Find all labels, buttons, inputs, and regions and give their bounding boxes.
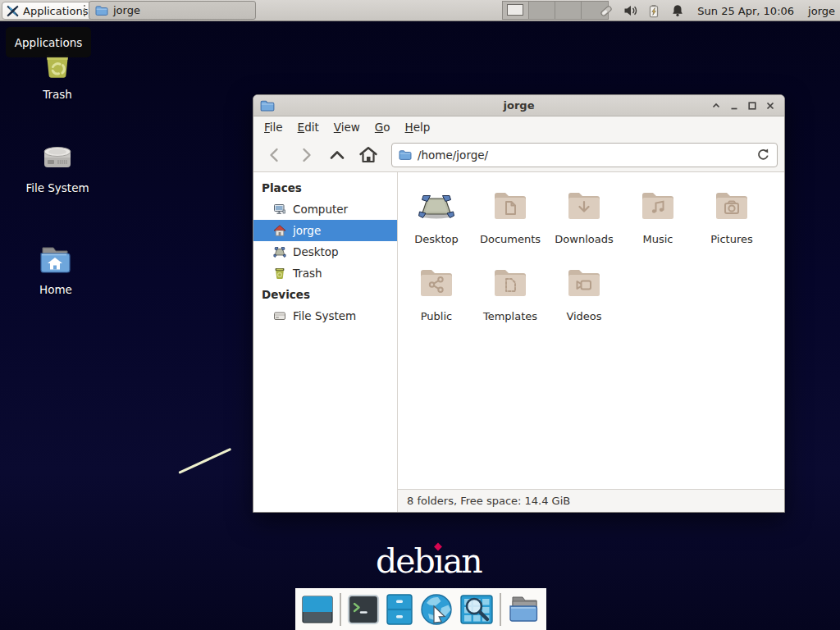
sidebar-item-file-system[interactable]: File System: [253, 305, 397, 326]
trash-small-icon: [273, 267, 286, 280]
system-tray: Sun 25 Apr, 10:06 jorge: [599, 0, 837, 21]
sidebar-item-label: Trash: [293, 267, 322, 280]
workspace-1[interactable]: [503, 2, 529, 19]
folder-label: Templates: [483, 310, 537, 322]
applications-tooltip: Applications: [6, 27, 91, 57]
sidebar: Places Computer: [253, 172, 398, 512]
sidebar-item-label: Desktop: [293, 245, 339, 258]
panel-handle: [84, 5, 85, 16]
workspace-window-thumb: [507, 4, 523, 16]
folder-item-music[interactable]: Music: [621, 184, 695, 261]
menu-bar: File Edit View Go Help: [253, 116, 784, 138]
workspace-pager: [502, 1, 609, 20]
file-manager-icon[interactable]: [507, 594, 541, 625]
menu-go[interactable]: Go: [368, 116, 398, 138]
folder-item-documents[interactable]: Documents: [473, 184, 547, 261]
desktop-icon-label: Trash: [43, 88, 72, 101]
debian-logo: debıan: [376, 541, 482, 581]
window-titlebar[interactable]: jorge: [253, 95, 784, 116]
folder-label: Desktop: [414, 233, 459, 245]
menu-file[interactable]: File: [257, 116, 290, 138]
templates-folder-icon: [491, 263, 530, 303]
sidebar-item-trash[interactable]: Trash: [253, 262, 397, 284]
folder-item-videos[interactable]: Videos: [547, 261, 621, 338]
dock-separator: [500, 593, 501, 626]
stray-line-artifact: [178, 448, 231, 474]
folder-label: Documents: [480, 233, 541, 245]
maximize-button[interactable]: [743, 97, 761, 115]
music-folder-icon: [638, 186, 678, 226]
home-folder-icon: [36, 240, 75, 279]
web-browser-icon[interactable]: [419, 592, 454, 627]
drive-small-icon: [273, 309, 286, 322]
window-title: jorge: [253, 99, 784, 112]
workspace-3[interactable]: [555, 2, 582, 19]
folder-item-pictures[interactable]: Pictures: [695, 184, 769, 261]
terminal-icon[interactable]: [347, 594, 380, 625]
sidebar-header-devices: Devices: [253, 284, 397, 305]
applications-tooltip-text: Applications: [15, 36, 82, 49]
sidebar-item-computer[interactable]: Computer: [253, 199, 397, 220]
home-icon: [273, 224, 286, 237]
up-button[interactable]: [322, 142, 352, 168]
status-bar: 8 folders, Free space: 14.4 GiB: [398, 489, 784, 512]
top-panel: Applications jorge: [0, 0, 840, 21]
application-finder-icon[interactable]: [459, 594, 494, 625]
desktop-icon-file-system[interactable]: File System: [12, 138, 103, 194]
sidebar-item-desktop[interactable]: Desktop: [253, 241, 397, 262]
window-body: Places Computer: [253, 172, 784, 512]
forward-button[interactable]: [291, 142, 321, 168]
minimize-button[interactable]: [725, 97, 743, 115]
debian-logo-text: deb: [376, 541, 434, 581]
close-button[interactable]: [761, 97, 779, 115]
reload-icon[interactable]: [756, 148, 770, 162]
folder-item-desktop[interactable]: Desktop: [399, 184, 473, 261]
panel-clock[interactable]: Sun 25 Apr, 10:06: [697, 5, 794, 17]
pictures-folder-icon: [712, 186, 751, 226]
sidebar-item-label: File System: [293, 309, 356, 322]
show-desktop-icon[interactable]: [301, 594, 334, 625]
folder-item-downloads[interactable]: Downloads: [547, 184, 621, 261]
back-button[interactable]: [260, 142, 290, 168]
home-button[interactable]: [354, 142, 383, 168]
sidebar-item-jorge[interactable]: jorge: [253, 220, 397, 241]
taskbar-window-label: jorge: [113, 4, 140, 16]
volume-icon[interactable]: [623, 4, 637, 18]
desktop-surface-icon: [417, 186, 456, 226]
applications-menu-label: Applications: [23, 5, 88, 17]
sidebar-header-places: Places: [253, 177, 397, 199]
folder-label: Videos: [566, 310, 601, 322]
public-folder-icon: [417, 263, 456, 303]
input-device-icon[interactable]: [599, 4, 614, 18]
workspace-2[interactable]: [529, 2, 555, 19]
task-folder-icon: [95, 4, 108, 17]
path-text[interactable]: /home/jorge/: [418, 148, 751, 162]
desktop-icon-home[interactable]: Home: [11, 240, 101, 296]
location-bar[interactable]: /home/jorge/: [391, 143, 778, 167]
shade-button[interactable]: [707, 97, 725, 115]
battery-icon[interactable]: [646, 4, 661, 18]
folder-label: Music: [643, 233, 673, 245]
file-cabinet-icon[interactable]: [386, 593, 413, 626]
desktop-icon: [273, 245, 286, 258]
folder-label: Public: [421, 310, 452, 322]
folder-label: Pictures: [710, 233, 752, 245]
folder-item-public[interactable]: Public: [399, 261, 473, 338]
applications-menu-button[interactable]: Applications: [2, 2, 95, 20]
menu-help[interactable]: Help: [398, 116, 438, 138]
documents-folder-icon: [491, 186, 530, 226]
menu-edit[interactable]: Edit: [290, 116, 326, 138]
window-controls: [707, 95, 779, 116]
panel-username[interactable]: jorge: [808, 5, 837, 17]
menu-view[interactable]: View: [326, 116, 368, 138]
file-manager-window: jorge File Edit View Go Help: [253, 94, 785, 513]
desktop-icon-label: Home: [39, 283, 72, 296]
sidebar-item-label: Computer: [293, 203, 348, 216]
applications-menu-icon: [6, 4, 20, 18]
desktop-icon-label: File System: [25, 181, 89, 194]
path-folder-icon: [399, 148, 412, 162]
notifications-bell-icon[interactable]: [670, 4, 685, 18]
taskbar-window-button[interactable]: jorge: [89, 1, 256, 20]
folder-item-templates[interactable]: Templates: [473, 261, 547, 338]
folder-grid: Desktop Documents: [398, 172, 784, 489]
